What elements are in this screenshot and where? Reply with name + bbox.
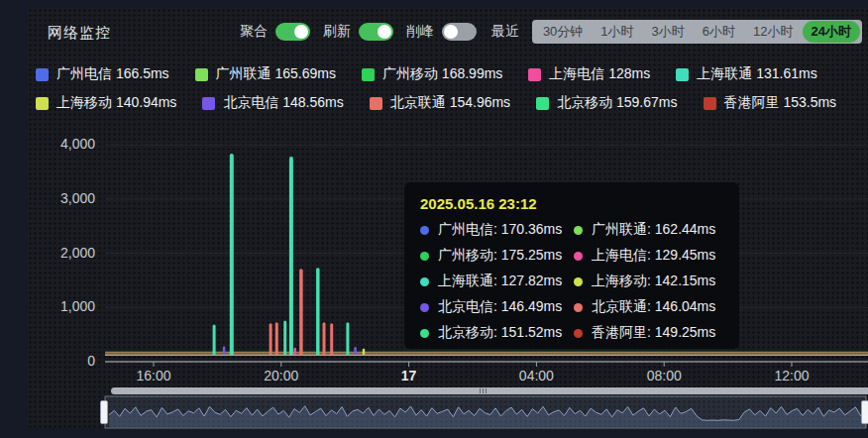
series-dot	[574, 277, 583, 286]
y-tick-label: 1,000	[36, 298, 95, 314]
series-dot	[574, 329, 583, 338]
tooltip-value: 广州电信: 170.36ms	[438, 221, 562, 239]
tooltip-row-6: 北京电信: 146.49ms	[420, 298, 570, 316]
series-dot	[574, 303, 583, 312]
tooltip-value: 广州联通: 162.44ms	[592, 221, 715, 239]
series-dot	[574, 226, 583, 235]
y-tick-label: 4,000	[36, 136, 95, 152]
tooltip-value: 北京移动: 151.52ms	[438, 324, 562, 342]
tooltip-row-4: 上海联通: 127.82ms	[420, 273, 570, 290]
tooltip-value: 北京联通: 146.04ms	[592, 298, 715, 316]
series-dot	[420, 252, 429, 261]
tooltip-timestamp: 2025.05.16 23:12	[420, 195, 723, 212]
navigator-right-handle[interactable]	[861, 400, 868, 424]
tooltip-row-8: 北京移动: 151.52ms	[420, 324, 570, 342]
x-tick-label: 12:00	[774, 368, 809, 383]
series-dot	[420, 277, 429, 286]
series-dot	[420, 303, 429, 312]
tooltip-value: 香港阿里: 149.25ms	[592, 324, 715, 342]
x-tick-label: 17	[401, 368, 417, 383]
tooltip-value: 上海电信: 129.45ms	[592, 247, 715, 265]
chart-tooltip: 2025.05.16 23:12 广州电信: 170.36ms广州联通: 162…	[404, 182, 739, 349]
series-dot	[420, 329, 429, 338]
navigator-left-handle[interactable]	[100, 400, 108, 424]
tooltip-row-1: 广州联通: 162.44ms	[574, 221, 723, 239]
y-tick-label: 0	[36, 353, 95, 369]
tooltip-row-0: 广州电信: 170.36ms	[420, 221, 570, 239]
tooltip-row-5: 上海移动: 142.15ms	[574, 273, 723, 290]
tooltip-row-3: 上海电信: 129.45ms	[574, 247, 723, 265]
tooltip-value: 广州移动: 175.25ms	[438, 247, 562, 265]
tooltip-value: 上海联通: 127.82ms	[438, 273, 562, 290]
scrollbar-grip-icon	[480, 388, 487, 393]
tooltip-row-7: 北京联通: 146.04ms	[574, 298, 723, 316]
tooltip-row-9: 香港阿里: 149.25ms	[574, 324, 723, 342]
tooltip-series-grid: 广州电信: 170.36ms广州联通: 162.44ms广州移动: 175.25…	[420, 221, 723, 342]
network-monitor-card: 网络监控 聚合刷新削峰 最近 30分钟1小时3小时6小时12小时24小时 广州电…	[28, 8, 868, 428]
tooltip-value: 北京电信: 146.49ms	[438, 298, 562, 316]
navigator-scrollbar[interactable]	[111, 387, 868, 394]
series-dot	[574, 252, 583, 261]
y-tick-label: 2,000	[36, 245, 95, 261]
tooltip-value: 上海移动: 142.15ms	[592, 273, 715, 290]
y-tick-label: 3,000	[36, 190, 95, 206]
x-tick-label: 20:00	[264, 368, 298, 383]
tooltip-row-2: 广州移动: 175.25ms	[420, 247, 570, 265]
x-tick-label: 08:00	[647, 368, 682, 383]
x-tick-label: 16:00	[136, 368, 170, 383]
series-dot	[420, 226, 429, 235]
x-tick-label: 04:00	[519, 368, 554, 383]
